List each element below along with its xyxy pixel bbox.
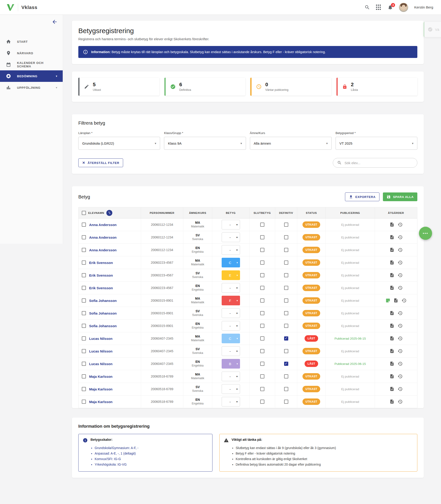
sidebar-item-bedomning[interactable]: BEDÖMNING ▾ [0, 70, 63, 82]
row-checkbox[interactable] [82, 235, 86, 239]
notifications-bell-icon[interactable]: 3 [388, 5, 393, 10]
student-name-link[interactable]: Anna Andersson [89, 223, 116, 227]
history-icon[interactable] [398, 336, 403, 341]
student-name-link[interactable]: Lucas Nilsson [89, 362, 112, 366]
definitiv-checkbox[interactable] [284, 362, 288, 366]
slutbetyg-checkbox[interactable] [260, 273, 264, 277]
add-note-icon[interactable] [390, 311, 394, 316]
search-icon[interactable] [364, 5, 370, 10]
apps-grid-icon[interactable] [376, 5, 381, 10]
laroplan-select[interactable]: Grundskola (LGR22) ▾ [78, 137, 160, 150]
student-name-link[interactable]: Lucas Nilsson [89, 349, 112, 353]
add-note-icon[interactable] [390, 386, 394, 392]
slutbetyg-checkbox[interactable] [260, 349, 264, 353]
definitiv-checkbox[interactable] [284, 311, 288, 315]
collapse-sidebar-arrow-icon[interactable] [52, 19, 58, 25]
grade-select[interactable]: - ▾ [222, 233, 240, 242]
row-checkbox[interactable] [82, 400, 86, 404]
select-all-checkbox[interactable] [82, 211, 86, 215]
slutbetyg-checkbox[interactable] [260, 311, 264, 315]
definitiv-checkbox[interactable] [284, 286, 288, 290]
history-icon[interactable] [398, 323, 403, 328]
sort-icon[interactable] [106, 210, 112, 216]
history-icon[interactable] [398, 260, 403, 265]
amne-kurs-select[interactable]: Alla ämnen ▾ [250, 137, 332, 150]
add-note-icon[interactable] [390, 222, 394, 227]
slutbetyg-checkbox[interactable] [260, 248, 264, 252]
history-icon[interactable] [398, 399, 403, 404]
slutbetyg-checkbox[interactable] [260, 362, 264, 366]
reset-filter-button[interactable]: ✕ ÅTERSTÄLL FILTER [78, 158, 123, 167]
row-checkbox[interactable] [82, 223, 86, 227]
definitiv-checkbox[interactable] [284, 400, 288, 404]
history-icon[interactable] [398, 273, 403, 278]
grade-select[interactable]: C ▾ [222, 334, 240, 343]
sidebar-item-narvaro[interactable]: NÄRVARO [0, 47, 63, 59]
add-note-icon[interactable] [390, 361, 394, 366]
add-note-icon[interactable] [390, 399, 394, 404]
student-name-link[interactable]: Anna Andersson [89, 235, 116, 239]
add-note-icon[interactable] [390, 285, 394, 290]
slutbetyg-checkbox[interactable] [260, 400, 264, 404]
definitiv-checkbox[interactable] [284, 324, 288, 328]
student-name-link[interactable]: Sofia Johansson [89, 299, 117, 302]
grade-select[interactable]: - ▾ [222, 321, 240, 331]
row-checkbox[interactable] [82, 349, 86, 353]
sidebar-item-start[interactable]: START [0, 36, 63, 47]
history-icon[interactable] [398, 374, 403, 379]
student-name-link[interactable]: Sofia Johansson [89, 311, 117, 315]
betygsperiod-select[interactable]: VT 2025 ▾ [336, 137, 417, 150]
export-button[interactable]: EXPORTERA [345, 192, 379, 201]
student-name-link[interactable]: Maja Karlsson [89, 387, 112, 391]
add-note-icon[interactable] [390, 273, 394, 278]
grade-select[interactable]: - ▾ [222, 397, 240, 406]
history-icon[interactable] [398, 247, 403, 252]
grade-select[interactable]: - ▾ [222, 371, 240, 381]
slutbetyg-checkbox[interactable] [260, 299, 264, 302]
avatar[interactable] [399, 3, 408, 12]
definitiv-checkbox[interactable] [284, 261, 288, 265]
search-input[interactable] [345, 161, 413, 165]
student-name-link[interactable]: Erik Svensson [89, 261, 113, 265]
add-note-icon[interactable] [390, 323, 394, 328]
add-note-icon[interactable] [390, 374, 394, 379]
row-checkbox[interactable] [82, 286, 86, 290]
slutbetyg-checkbox[interactable] [260, 324, 264, 328]
row-checkbox[interactable] [82, 324, 86, 328]
grade-select[interactable]: F ▾ [222, 296, 240, 305]
add-note-icon[interactable] [390, 336, 394, 341]
history-icon[interactable] [398, 361, 403, 366]
student-name-link[interactable]: Anna Andersson [89, 248, 116, 252]
definitiv-checkbox[interactable] [284, 223, 288, 227]
row-checkbox[interactable] [82, 311, 86, 315]
history-icon[interactable] [398, 386, 403, 392]
save-all-button[interactable]: SPARA ALLA [383, 192, 417, 201]
definitiv-checkbox[interactable] [284, 349, 288, 353]
grade-select[interactable]: - ▾ [222, 220, 240, 230]
student-name-link[interactable]: Erik Svensson [89, 273, 113, 277]
student-name-link[interactable]: Maja Karlsson [89, 400, 112, 404]
add-note-icon[interactable] [394, 298, 398, 303]
row-checkbox[interactable] [82, 362, 86, 366]
student-name-link[interactable]: Maja Karlsson [89, 374, 112, 378]
slutbetyg-checkbox[interactable] [260, 261, 264, 265]
grade-select[interactable]: E ▾ [222, 270, 240, 280]
row-checkbox[interactable] [82, 261, 86, 265]
sidebar-item-kalender[interactable]: KALENDER OCH SCHEMA [0, 59, 63, 70]
row-checkbox[interactable] [82, 374, 86, 378]
student-name-link[interactable]: Lucas Nilsson [89, 336, 112, 340]
grade-select[interactable]: - ▾ [222, 346, 240, 356]
klass-grupp-select[interactable]: Klass 9A ▾ [164, 137, 246, 150]
definitiv-checkbox[interactable] [284, 387, 288, 391]
grade-select[interactable]: - ▾ [222, 245, 240, 255]
definitiv-checkbox[interactable] [284, 235, 288, 239]
student-name-link[interactable]: Sofia Johansson [89, 324, 117, 328]
slutbetyg-checkbox[interactable] [260, 223, 264, 227]
history-icon[interactable] [398, 311, 403, 316]
history-icon[interactable] [398, 222, 403, 227]
definitiv-checkbox[interactable] [284, 299, 288, 302]
note-icon[interactable] [385, 298, 391, 303]
row-checkbox[interactable] [82, 299, 86, 302]
row-checkbox[interactable] [82, 273, 86, 277]
slutbetyg-checkbox[interactable] [260, 374, 264, 378]
